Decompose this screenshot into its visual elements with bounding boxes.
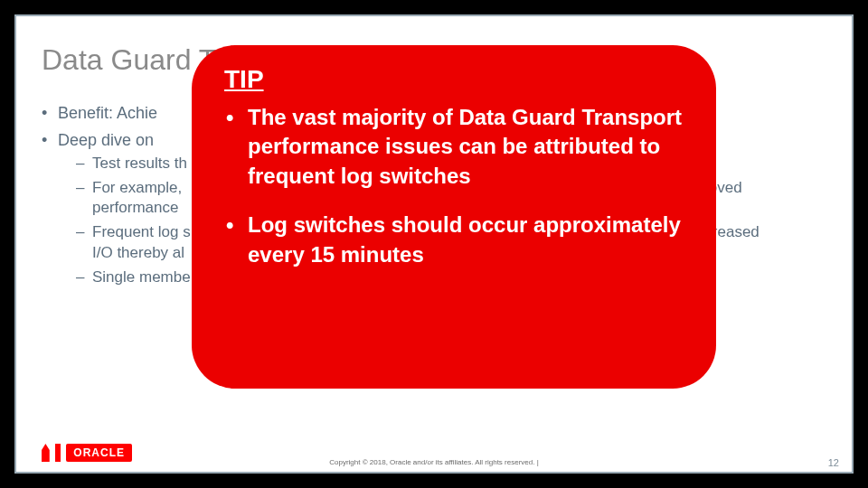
sub-3-left: Frequent log s: [92, 223, 191, 240]
sub-2b: performance: [92, 199, 178, 216]
sub-2-left: For example,: [92, 179, 182, 196]
tip-item-1: The vast majority of Data Guard Transpor…: [224, 103, 684, 191]
bullet-2-text: Deep dive on: [58, 131, 154, 149]
copyright-text: Copyright © 2018, Oracle and/or its affi…: [0, 458, 868, 466]
sub-1-left: Test results th: [92, 155, 187, 172]
sub-3b: I/O thereby al: [92, 244, 184, 261]
tip-item-2: Log switches should occur approximately …: [224, 211, 684, 269]
sub-4-text: Single membe: [92, 268, 191, 286]
tip-heading: TIP: [224, 65, 684, 94]
bullet-1-left: Benefit: Achie: [58, 104, 157, 122]
tip-callout: TIP The vast majority of Data Guard Tran…: [192, 45, 716, 389]
page-number: 12: [828, 457, 839, 468]
slide: Data Guard T Benefit: Achie pact Deep di…: [0, 0, 868, 488]
